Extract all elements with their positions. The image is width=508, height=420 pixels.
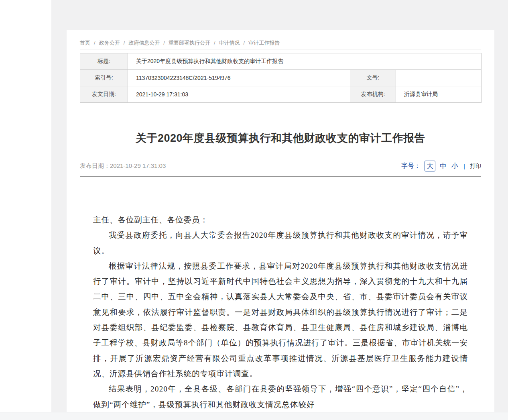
- paragraph: 根据审计法律法规，按照县委工作要求，县审计局对2020年度县级预算执行和其他财政…: [93, 259, 468, 381]
- document-meta-table: 标题: 关于2020年度县级预算执行和其他财政收支的审计工作报告 索引号: 11…: [80, 53, 482, 103]
- table-row-date: 发文日期: 2021-10-29 17:31:03 发布机构: 沂源县审计局: [80, 86, 482, 103]
- breadcrumb-link-deployment[interactable]: 重要部署执行公开: [169, 39, 210, 47]
- agency-label: 发布机构:: [350, 86, 396, 103]
- index-number-label: 索引号:: [80, 70, 128, 86]
- article-tools: 字号： 大 中 小 | 打印: [401, 161, 481, 171]
- article-body: 主任、各位副主任、各位委员： 我受县政府委托，向县人大常委会报告2020年度县级…: [67, 177, 494, 412]
- breadcrumb: 首页 / 政务公开 / 政府信息公开 / 重要部署执行公开 / 审计情况 / 审…: [80, 30, 481, 49]
- paragraph: 结果表明，2020年，全县各级、各部门在县委的坚强领导下，增强“四个意识”，坚定…: [93, 381, 468, 412]
- breadcrumb-separator: /: [214, 40, 215, 46]
- font-size-label: 字号：: [401, 162, 421, 170]
- breadcrumb-separator: /: [163, 40, 165, 46]
- breadcrumb-separator: /: [94, 40, 96, 46]
- publish-date: 发布日期：2021-10-29 17:31:03: [80, 162, 166, 170]
- breadcrumb-link-audit-status[interactable]: 审计情况: [219, 39, 240, 47]
- issue-date-label: 发文日期:: [80, 86, 128, 103]
- breadcrumb-separator: /: [124, 40, 125, 46]
- breadcrumb-separator: /: [244, 40, 245, 46]
- bottom-bar: [0, 412, 508, 420]
- issue-date-value: 2021-10-29 17:31:03: [128, 86, 350, 103]
- article-meta-row: 发布日期：2021-10-29 17:31:03 字号： 大 中 小 | 打印: [80, 161, 481, 176]
- breadcrumb-link-home[interactable]: 首页: [80, 39, 90, 47]
- page-title: 关于2020年度县级预算执行和其他财政收支的审计工作报告: [80, 131, 481, 145]
- table-row-title: 标题: 关于2020年度县级预算执行和其他财政收支的审计工作报告: [80, 53, 482, 70]
- print-button[interactable]: 打印: [470, 163, 481, 170]
- table-row-index: 索引号: 11370323004223148C/2021-5194976 文号:: [80, 70, 482, 86]
- tools-divider: |: [463, 163, 465, 169]
- publish-date-label: 发布日期：: [80, 162, 110, 169]
- font-size-large-button[interactable]: 大: [425, 161, 435, 171]
- doc-number-value: [396, 70, 482, 86]
- page-background: 首页 / 政务公开 / 政府信息公开 / 重要部署执行公开 / 审计情况 / 审…: [51, 0, 508, 420]
- breadcrumb-link-gov-affairs[interactable]: 政务公开: [99, 39, 120, 47]
- paragraph-salutation: 主任、各位副主任、各位委员：: [93, 212, 468, 228]
- breadcrumb-divider: [80, 49, 481, 49]
- publish-date-value: 2021-10-29 17:31:03: [110, 162, 166, 169]
- breadcrumb-link-audit-report[interactable]: 审计工作报告: [248, 39, 280, 47]
- title-value: 关于2020年度县级预算执行和其他财政收支的审计工作报告: [128, 53, 482, 70]
- font-size-medium-button[interactable]: 中: [439, 161, 447, 171]
- index-number-value: 11370323004223148C/2021-5194976: [128, 70, 350, 86]
- title-label: 标题:: [80, 53, 128, 70]
- font-size-small-button[interactable]: 小: [451, 161, 459, 171]
- breadcrumb-link-gov-info[interactable]: 政府信息公开: [128, 39, 160, 47]
- agency-value: 沂源县审计局: [396, 86, 482, 103]
- paragraph: 我受县政府委托，向县人大常委会报告2020年度县级预算执行和其他财政收支的审计情…: [93, 228, 468, 259]
- doc-number-label: 文号:: [350, 70, 396, 86]
- content-card: 首页 / 政务公开 / 政府信息公开 / 重要部署执行公开 / 审计情况 / 审…: [67, 30, 494, 420]
